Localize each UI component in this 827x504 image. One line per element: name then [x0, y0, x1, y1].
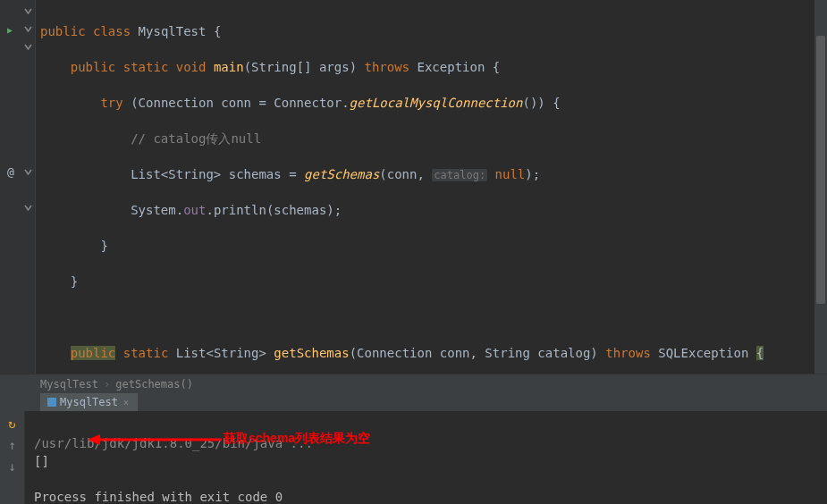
breadcrumb-item[interactable]: getSchemas() — [115, 378, 193, 391]
fold-icon[interactable] — [23, 167, 32, 176]
tab-label: MysqlTest — [60, 396, 118, 408]
svg-rect-0 — [47, 398, 56, 407]
vertical-scrollbar[interactable] — [814, 0, 827, 374]
editor-gutter: ▶ @ — [0, 0, 36, 374]
java-icon — [47, 398, 56, 407]
fold-icon[interactable] — [23, 203, 32, 212]
override-icon[interactable]: @ — [7, 165, 14, 179]
tool-window-body: ↻ ↑ ↓ /usr/lib/jdk/jdk1.8.0_25/bin/java … — [0, 411, 827, 504]
up-icon[interactable]: ↑ — [5, 438, 20, 452]
editor-area: ▶ @ public class MysqlTest { public stat… — [0, 0, 827, 374]
run-icon[interactable]: ▶ — [4, 23, 16, 36]
rerun-icon[interactable]: ↻ — [5, 416, 20, 431]
tool-window-tabs: MysqlTest × — [0, 393, 827, 411]
svg-marker-2 — [88, 434, 100, 445]
close-icon[interactable]: × — [122, 398, 131, 407]
breadcrumb-item[interactable]: MysqlTest — [40, 378, 98, 391]
fold-icon[interactable] — [23, 6, 32, 15]
annotation-arrow — [88, 434, 222, 445]
scrollbar-thumb[interactable] — [816, 36, 825, 304]
down-icon[interactable]: ↓ — [5, 459, 20, 474]
fold-icon[interactable] — [23, 42, 32, 51]
console-output[interactable]: /usr/lib/jdk/jdk1.8.0_25/bin/java ... []… — [25, 411, 827, 504]
fold-icon[interactable] — [23, 24, 32, 33]
chevron-right-icon: › — [104, 378, 110, 391]
annotation-text: 获取schema列表结果为空 — [224, 429, 370, 447]
code-editor[interactable]: public class MysqlTest { public static v… — [36, 0, 814, 374]
run-tab[interactable]: MysqlTest × — [40, 393, 138, 411]
breadcrumb: MysqlTest › getSchemas() — [0, 374, 827, 393]
run-tool-window: MysqlTest × ↻ ↑ ↓ /usr/lib/jdk/jdk1.8.0_… — [0, 393, 827, 504]
tool-window-toolbar: ↻ ↑ ↓ — [0, 411, 25, 504]
